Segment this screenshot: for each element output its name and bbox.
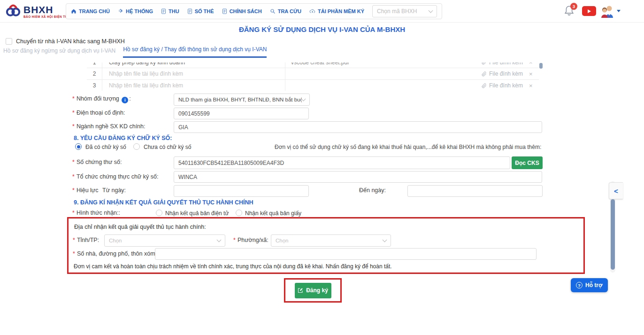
bhxh-code-select[interactable]: Chọn mã BHXH (372, 5, 437, 17)
attached-file-name: vscode cheat sheet.pdf (285, 62, 482, 68)
tab-register-change-ivan[interactable]: Hồ sơ đăng ký / Thay đổi thông tin sử dụ… (123, 46, 267, 58)
home-icon (71, 8, 77, 14)
notification-bell-button[interactable]: 3 (564, 5, 577, 19)
so-nha-input[interactable] (155, 248, 537, 260)
remove-file-button[interactable]: × (529, 70, 533, 78)
top-navigation-bar: BHXH BẢO HIỂM XÃ HỘI ĐIỆN TỬ TRANG CHỦ H… (0, 0, 644, 23)
phuong-xa-select[interactable]: Chọn (271, 234, 391, 247)
radio-ket-qua-giay-label: Nhận kết quả bản giấy (245, 210, 301, 217)
nav-item-tra-cuu[interactable]: TRA CỨU (270, 8, 301, 14)
account-caret-down-icon[interactable] (617, 10, 621, 12)
nganh-nghe-input[interactable] (174, 121, 542, 133)
section9-title: 9. ĐĂNG KÍ NHẬN KẾT QUẢ GIẢI QUYẾT THỦ T… (74, 199, 253, 206)
radio-has-cks-label: Đã có chữ ký số (85, 144, 126, 150)
transfer-ivan-label: Chuyển từ nhà I-VAN khác sang M-BHXH (16, 38, 125, 45)
youtube-button[interactable] (582, 6, 596, 16)
nav-item-thu[interactable]: THU (161, 8, 179, 14)
tu-ngay-input[interactable] (174, 185, 309, 197)
avatar-icon (599, 4, 614, 19)
row-index: 1 (87, 62, 102, 68)
download-icon (309, 8, 315, 14)
hinh-thuc-label: *Hình thức nhận:: (72, 210, 120, 216)
table-row: 2 File đính kèm × (87, 68, 539, 80)
support-button[interactable]: ? Hỗ trợ (571, 278, 608, 292)
dien-thoai-input[interactable] (174, 108, 309, 119)
notification-count-badge: 3 (570, 3, 577, 10)
paperclip-icon (482, 71, 487, 77)
so-nha-label: *Số nhà, đường phố, thôn xóm:: (73, 250, 159, 257)
section8-title: 8. YÊU CẦU ĐĂNG KÝ CHỮ KÝ SỐ: (74, 135, 172, 141)
tinh-tp-label: *Tỉnh/TP: (73, 237, 99, 243)
chevron-down-icon (301, 96, 306, 101)
logo-tagline: BẢO HIỂM XÃ HỘI ĐIỆN TỬ (23, 16, 68, 19)
radio-has-cks[interactable] (75, 143, 82, 150)
nav-item-tai-phan-mem-ky[interactable]: TẢI PHẦN MỀM KÝ (309, 8, 364, 14)
paperclip-icon (482, 83, 487, 88)
bhxh-logo[interactable]: BHXH BẢO HIỂM XÃ HỘI ĐIỆN TỬ (5, 2, 68, 21)
transfer-ivan-checkbox[interactable] (6, 38, 12, 45)
document-icon (222, 8, 227, 14)
radio-no-cks[interactable] (133, 143, 140, 150)
chevron-down-icon (217, 237, 222, 242)
document-icon (161, 8, 166, 14)
attached-file-name (285, 80, 482, 91)
nhom-doi-tuong-select[interactable]: NLD tham gia BHXH, BHYT, BHTNLĐ, BNN bắt… (174, 93, 310, 106)
paperclip-icon (482, 62, 487, 65)
bhxh-code-select-placeholder: Chọn mã BHXH (377, 8, 417, 15)
user-avatar[interactable] (599, 4, 614, 19)
address-heading: Địa chỉ nhận kết quả giải quyết thủ tục … (74, 224, 206, 230)
doc-cks-button[interactable]: Đọc CKS (512, 156, 543, 169)
hieu-luc-label: *Hiệu lực (72, 187, 98, 194)
radio-no-cks-label: Chưa có chữ ký số (144, 144, 191, 150)
nhom-doi-tuong-label: *Nhóm đối tượng i: (72, 95, 131, 103)
remove-file-button[interactable]: × (529, 62, 533, 66)
remove-file-button[interactable]: × (529, 82, 533, 89)
table-row: 3 File đính kèm × (87, 80, 539, 91)
to-chuc-label: *Tổ chức chứng thực chữ ký số: (72, 173, 158, 180)
search-icon (270, 8, 276, 14)
doc-name-input[interactable] (108, 70, 279, 78)
chevron-left-icon: < (614, 187, 618, 195)
radio-ket-qua-giay[interactable] (236, 210, 242, 216)
table-scrollbar-thumb[interactable] (539, 63, 543, 69)
nav-item-so-the[interactable]: SỐ THẺ (187, 8, 214, 14)
nav-item-he-thong[interactable]: HỆ THỐNG (118, 8, 153, 14)
logo-text: BHXH (23, 5, 68, 15)
tab-stop-ivan-service[interactable]: Hồ sơ đăng ký ngừng sử dụng dịch vụ I-VA… (3, 47, 115, 58)
so-chung-thu-input[interactable] (174, 156, 510, 169)
transfer-ivan-row: Chuyển từ nhà I-VAN khác sang M-BHXH (6, 38, 125, 45)
table-row: 1 vscode cheat sheet.pdf File đính kèm × (87, 62, 539, 68)
doc-name-input[interactable] (108, 82, 279, 89)
bhxh-ivan-registration-page: BHXH BẢO HIỂM XÃ HỘI ĐIỆN TỬ TRANG CHỦ H… (0, 0, 644, 335)
so-chung-thu-label: *Số chứng thư số: (72, 159, 122, 165)
info-icon[interactable]: i (122, 97, 128, 103)
sidebar-collapse-tab[interactable]: < (609, 182, 623, 199)
doc-name-input[interactable] (108, 62, 279, 66)
submit-annotation-box: Đăng ký (284, 278, 342, 303)
page-title: ĐĂNG KÝ SỬ DỤNG DỊCH VỤ I-VAN CỦA M-BHXH (0, 25, 644, 33)
attached-file-name (285, 68, 482, 79)
row-index: 3 (87, 80, 102, 91)
nav-item-chinh-sach[interactable]: CHÍNH SÁCH (222, 8, 262, 14)
nav-item-trang-chu[interactable]: TRANG CHỦ (71, 8, 110, 14)
address-annotation-box: Địa chỉ nhận kết quả giải quyết thủ tục … (67, 217, 585, 274)
den-ngay-label: Đến ngày: (359, 187, 386, 194)
page-scrollbar-thumb[interactable] (611, 199, 615, 270)
attach-file-button[interactable]: File đính kèm × (482, 68, 539, 79)
radio-ket-qua-dien-tu-label: Nhận kết quả bản điện tử (165, 210, 229, 217)
bhxh-knot-icon (5, 2, 22, 21)
attach-file-button[interactable]: File đính kèm × (482, 80, 539, 91)
nganh-nghe-label: *Ngành nghề SX KD chính: (72, 123, 146, 130)
dien-thoai-label: *Điện thoại cố định: (72, 109, 125, 116)
row-index: 2 (87, 68, 102, 79)
document-icon (187, 8, 192, 14)
to-chuc-input[interactable] (174, 171, 542, 183)
gear-icon (118, 8, 123, 14)
dang-ky-submit-button[interactable]: Đăng ký (295, 283, 331, 298)
commitment-text: Đơn vị cam kết và hoàn toàn chịu trách n… (74, 263, 392, 270)
question-icon: ? (576, 282, 583, 288)
tinh-tp-select[interactable]: Chọn (104, 234, 225, 247)
attach-file-button[interactable]: File đính kèm × (482, 62, 539, 68)
den-ngay-input[interactable] (407, 185, 543, 197)
radio-ket-qua-dien-tu[interactable] (156, 210, 162, 216)
